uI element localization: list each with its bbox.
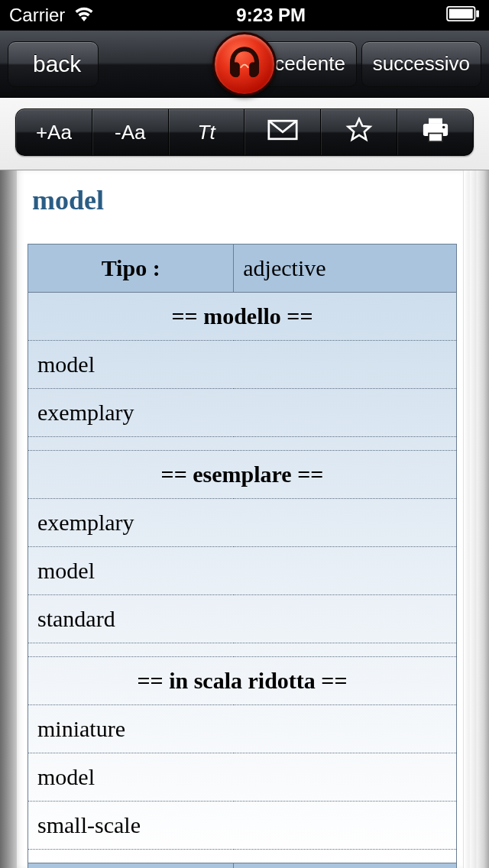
- list-item-text: exemplary: [28, 499, 457, 547]
- book-right-edge: [463, 170, 489, 868]
- list-item: exemplary: [28, 499, 457, 547]
- section-heading-text: == esemplare ==: [28, 451, 457, 499]
- typeface-label: Tt: [198, 121, 215, 144]
- section-heading: == in scala ridotta ==: [28, 657, 457, 705]
- definition-table: Tipo : adjective == modello == model exe…: [28, 244, 457, 868]
- list-item-text: model: [28, 547, 457, 595]
- print-button[interactable]: [397, 109, 473, 155]
- type-label: Tipo :: [28, 245, 234, 293]
- type-row: Tipo : noun: [28, 863, 457, 869]
- headword: model: [32, 184, 457, 216]
- type-label: Tipo :: [28, 863, 234, 869]
- printer-icon: [420, 117, 451, 148]
- book-left-edge: [0, 170, 17, 868]
- back-button[interactable]: back: [8, 41, 99, 87]
- battery-icon: [446, 5, 480, 26]
- spacer-row: [28, 850, 457, 863]
- book-area: model Tipo : adjective == modello == mod…: [0, 170, 489, 868]
- svg-rect-2: [449, 9, 473, 19]
- headphones-icon: [224, 42, 265, 86]
- next-button[interactable]: successivo: [361, 41, 481, 87]
- section-heading: == modello ==: [28, 293, 457, 341]
- list-item: standard: [28, 595, 457, 643]
- list-item-text: exemplary: [28, 389, 457, 437]
- list-item-text: small-scale: [28, 802, 457, 850]
- svg-rect-6: [429, 133, 442, 141]
- page[interactable]: model Tipo : adjective == modello == mod…: [17, 170, 463, 868]
- list-item-text: standard: [28, 595, 457, 643]
- spacer-row: [28, 643, 457, 657]
- list-item: model: [28, 753, 457, 802]
- section-heading: == esemplare ==: [28, 451, 457, 499]
- type-value: noun: [234, 863, 457, 869]
- audio-button[interactable]: [212, 32, 277, 96]
- increase-font-label: +Aa: [36, 121, 72, 144]
- decrease-font-label: -Aa: [115, 121, 145, 144]
- list-item: exemplary: [28, 389, 457, 437]
- svg-point-7: [442, 125, 445, 128]
- typeface-button[interactable]: Tt: [169, 109, 245, 155]
- email-button[interactable]: [244, 109, 321, 155]
- list-item-text: model: [28, 753, 457, 802]
- type-row: Tipo : adjective: [28, 245, 457, 293]
- type-value: adjective: [234, 245, 457, 293]
- svg-rect-1: [476, 10, 479, 17]
- star-icon: [344, 117, 374, 148]
- section-heading-text: == in scala ridotta ==: [28, 657, 457, 705]
- nav-bar: back precedente successivo: [0, 31, 489, 98]
- carrier-label: Carrier: [9, 5, 65, 26]
- list-item-text: miniature: [28, 705, 457, 753]
- list-item: model: [28, 547, 457, 595]
- status-left: Carrier: [9, 5, 96, 26]
- status-bar: Carrier 9:23 PM: [0, 0, 489, 31]
- wifi-icon: [73, 5, 96, 26]
- svg-rect-4: [429, 118, 442, 123]
- list-item: model: [28, 341, 457, 389]
- back-label: back: [33, 51, 81, 77]
- toolbar-wrap: +Aa -Aa Tt: [0, 98, 489, 170]
- increase-font-button[interactable]: +Aa: [16, 109, 92, 155]
- section-heading-text: == modello ==: [28, 293, 457, 341]
- spacer-row: [28, 437, 457, 451]
- list-item-text: model: [28, 341, 457, 389]
- list-item: small-scale: [28, 802, 457, 850]
- status-right: [446, 5, 480, 26]
- status-time: 9:23 PM: [236, 5, 306, 26]
- list-item: miniature: [28, 705, 457, 753]
- decrease-font-button[interactable]: -Aa: [92, 109, 169, 155]
- favorite-button[interactable]: [321, 109, 397, 155]
- mail-icon: [267, 117, 298, 148]
- toolbar: +Aa -Aa Tt: [15, 108, 474, 156]
- next-label: successivo: [373, 52, 470, 76]
